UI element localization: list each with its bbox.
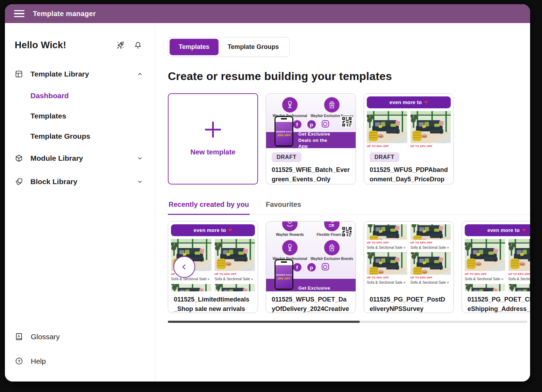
topbar: Template manager (5, 4, 530, 23)
sidebar-item-template-library[interactable]: Template Library (15, 68, 143, 80)
card-title: 011525_WFUS_POET_DayOfDelivery_2024Creat… (272, 295, 350, 313)
app-banner-text: Get Exclusive Deals on the App (298, 131, 335, 148)
sidebar-item-help[interactable]: Help (15, 357, 143, 365)
instagram-icon (322, 120, 329, 128)
sidebar-item-template-groups[interactable]: Template Groups (30, 132, 143, 140)
even-more-banner: even more to❤ (465, 224, 530, 236)
template-card[interactable]: Wayfair ProfessionalWayfair Exclusive Br… (266, 93, 356, 184)
card-title: 011525_PG_POET_ChangeShipping_Address_Pe… (468, 295, 530, 313)
sofa-photo (367, 111, 407, 143)
tab-favourites[interactable]: Favourites (265, 201, 302, 215)
draft-badge: DRAFT (272, 152, 301, 162)
tile-offer-text: UP TO 65% OFF (411, 145, 451, 148)
blocks-icon (15, 177, 23, 186)
hamburger-menu-icon[interactable] (14, 10, 24, 17)
list-tab-group: Recently created by you Favourites (168, 201, 530, 215)
sidebar-item-templates[interactable]: Templates (30, 112, 143, 120)
app-banner-text: Get Exclusive Deals on the App (298, 285, 335, 291)
tab-templates[interactable]: Templates (170, 39, 219, 55)
tile-offer-text: UP TO 65% OFF (411, 276, 451, 279)
main-content: Templates Template Groups Create or resu… (155, 23, 530, 382)
facebook-icon: f (293, 263, 301, 271)
tab-template-groups[interactable]: Template Groups (219, 39, 288, 55)
tile-offer-text: UP TO 65% OFF (465, 273, 505, 276)
promo-icon-label: Wayfair Rewards (276, 233, 304, 237)
tile-offer-text: UP TO 65% OFF (367, 276, 407, 279)
greeting: Hello Wick! (15, 40, 66, 51)
template-card[interactable]: Wayfair RewardsFlexible FinancingWayfair… (266, 221, 356, 313)
heart-icon: ❤ (424, 100, 428, 105)
financing-icon (324, 222, 340, 231)
tile-caption-text: Sofa & Sectional Sale » (465, 277, 505, 281)
sidebar-item-dashboard[interactable]: Dashboard (30, 92, 143, 100)
sidebar-item-module-library[interactable]: Module Library (15, 152, 143, 164)
bell-icon[interactable] (134, 41, 142, 50)
tile-caption-text: Sofa & Sectional Sale » (367, 245, 407, 249)
sofa-promo-thumbnail: UP TO 65% OFFSofa & Sectional Sale »UP T… (364, 222, 454, 291)
sofa-photo (411, 111, 451, 143)
even-more-banner: even more to❤ (367, 96, 451, 108)
sofa-photo (508, 284, 530, 291)
template-card[interactable]: UP TO 65% OFFSofa & Sectional Sale »UP T… (364, 221, 454, 313)
tile-offer-text: UP TO 65% OFF (411, 241, 451, 244)
tile-caption-text: Sofa & Sectional Sale » (411, 280, 451, 284)
sofa-photo (215, 239, 255, 271)
tile-offer-text: UP TO 65% OFF (367, 241, 407, 244)
sidebar-item-block-library[interactable]: Block Library (15, 176, 143, 187)
professional-icon (282, 240, 298, 255)
scrollbar-thumb[interactable] (168, 321, 360, 323)
sofa-promo-thumbnail: even more to❤UP TO 65% OFFSofa & Section… (462, 222, 530, 291)
chevron-down-icon[interactable] (137, 179, 143, 185)
sofa-photo (367, 252, 407, 275)
professional-icon (282, 97, 298, 112)
heart-icon: ❤ (228, 227, 232, 233)
card-title: 011525_PG_POET_PostDeliveryNPSSurvey (370, 295, 448, 313)
tab-recently-created[interactable]: Recently created by you (168, 201, 250, 215)
sofa-photo (171, 284, 212, 291)
sidebar: Hello Wick! Template Library Dashboard T… (5, 23, 155, 382)
even-more-banner: even more to❤ (171, 224, 255, 236)
sofa-photo (215, 284, 255, 291)
sofa-photo (411, 224, 451, 240)
phone-promo-line2: 20% OFF (277, 277, 291, 280)
horizontal-scrollbar[interactable] (168, 321, 527, 323)
phone-promo-line2: 20% OFF (277, 133, 291, 137)
draft-badge: DRAFT (370, 152, 399, 162)
recent-carousel: even more to❤UP TO 65% OFFSofa & Section… (168, 221, 530, 313)
phone-promo-line1: INSIDER SALE (276, 274, 292, 276)
tile-offer-text: UP TO 65% OFF (508, 273, 530, 276)
sidebar-item-glossary[interactable]: Glossary (15, 332, 143, 341)
card-title: 011525_WFUS_PDPAbandonment_Day5_PriceDro… (370, 165, 448, 184)
banner-text: even more to (390, 100, 422, 105)
carousel-prev-button[interactable] (173, 256, 195, 278)
chevron-left-icon (180, 263, 188, 271)
tile-offer-text: UP TO 65% OFF (215, 273, 255, 276)
tile-caption-text: Sofa & Sectional Sale » (215, 277, 255, 281)
rocket-icon[interactable] (116, 41, 124, 50)
template-card[interactable]: even more to❤UP TO 65% OFFSofa & Section… (462, 221, 530, 313)
chevron-up-icon[interactable] (137, 71, 143, 77)
rewards-icon (282, 222, 298, 231)
facebook-icon: f (293, 120, 301, 129)
glossary-book-icon (15, 332, 23, 341)
sofa-promo-thumbnail: even more to❤UP TO 65% OFFSofa & Section… (364, 94, 454, 148)
top-cards-row: New template Wayfair ProfessionalWayfair… (168, 93, 530, 184)
app-promo-thumbnail: Wayfair RewardsFlexible FinancingWayfair… (266, 222, 356, 291)
sofa-photo (508, 239, 530, 271)
exclusive-icon (324, 97, 340, 112)
heart-icon: ❤ (522, 227, 526, 233)
qr-code (341, 224, 352, 237)
card-title: 011525_Limitedtimedeals_Shop sale new ar… (174, 295, 252, 313)
banner-text: even more to (487, 227, 520, 233)
app-window: Template manager Hello Wick! Template Li… (5, 4, 530, 382)
template-card[interactable]: even more to❤UP TO 65% OFFSofa & Section… (364, 93, 454, 184)
sofa-photo (411, 252, 451, 275)
app-promo-thumbnail: Wayfair ProfessionalWayfair Exclusive Br… (266, 94, 356, 148)
plus-icon (205, 122, 221, 138)
phone-promo-line1: INSIDER SALE (276, 131, 292, 133)
new-template-button[interactable]: New template (168, 93, 258, 184)
tile-caption-text: Sofa & Sectional Sale » (171, 277, 212, 281)
chevron-down-icon[interactable] (137, 155, 143, 161)
help-icon (15, 357, 23, 365)
cube-icon (15, 154, 23, 162)
